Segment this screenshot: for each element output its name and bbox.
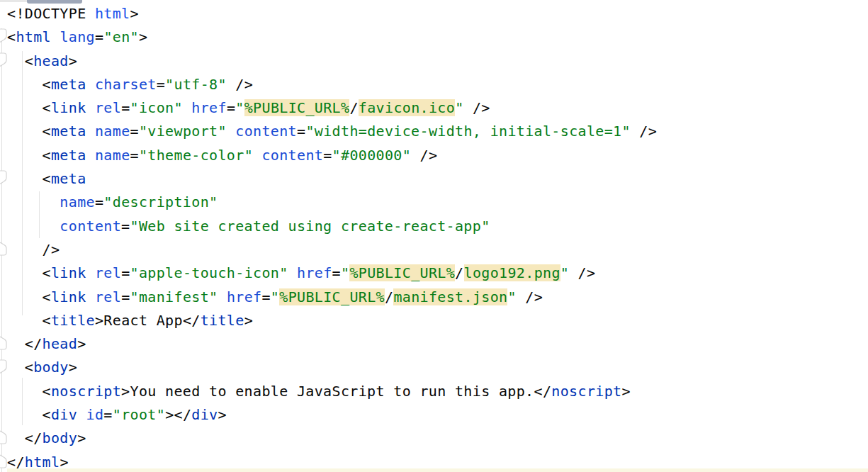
code-token: <	[7, 312, 51, 329]
code-line[interactable]: <meta	[7, 167, 868, 191]
code-token: rel	[95, 288, 121, 305]
code-token: "en"	[103, 28, 139, 45]
code-token	[86, 99, 95, 116]
code-token	[86, 123, 95, 140]
code-token: <	[7, 52, 33, 69]
code-token: id	[86, 406, 104, 423]
code-token: charset	[95, 76, 157, 93]
code-token: >	[218, 406, 227, 423]
code-token: />	[227, 76, 253, 93]
code-token: <	[7, 406, 51, 423]
code-token: meta	[51, 123, 86, 140]
code-token: />	[464, 99, 490, 116]
code-line[interactable]: <meta name="theme-color" content="#00000…	[7, 144, 868, 167]
code-token: "	[341, 264, 349, 281]
code-line[interactable]: <head>	[7, 50, 868, 73]
code-line[interactable]: />	[7, 238, 868, 262]
code-token: href	[191, 99, 227, 116]
code-token: "	[560, 264, 569, 281]
code-line[interactable]: <noscript>You need to enable JavaScript …	[7, 380, 868, 403]
template-placeholder: manifest.json	[393, 288, 507, 305]
code-token: >	[121, 383, 130, 400]
code-token: <	[7, 288, 51, 305]
code-token: </	[7, 335, 43, 352]
code-token: rel	[95, 99, 121, 116]
code-line[interactable]: <link rel="manifest" href="%PUBLIC_URL%/…	[7, 286, 868, 309]
code-line[interactable]: content="Web site created using create-r…	[7, 215, 868, 238]
code-token: title	[51, 312, 95, 329]
code-editor: <!DOCTYPE html><html lang="en"> <head> <…	[0, 0, 868, 472]
code-token: "viewport"	[139, 123, 227, 140]
code-lines: <!DOCTYPE html><html lang="en"> <head> <…	[7, 2, 868, 472]
code-token: name	[60, 193, 95, 210]
code-line[interactable]: <html lang="en">	[7, 26, 868, 49]
code-token: >	[139, 28, 147, 45]
code-token: =	[157, 76, 165, 93]
code-token: >	[95, 312, 103, 329]
code-token: >	[77, 335, 86, 352]
code-token	[86, 264, 95, 281]
code-token: name	[95, 123, 130, 140]
code-token: "width=device-width, initial-scale=1"	[305, 123, 630, 140]
code-line[interactable]: <body>	[7, 356, 868, 379]
code-token: meta	[51, 170, 86, 187]
code-line[interactable]: <link rel="apple-touch-icon" href="%PUBL…	[7, 262, 868, 285]
code-token	[253, 147, 261, 164]
next-row-highlight-edge	[7, 468, 868, 472]
code-token: </	[183, 312, 201, 329]
code-token	[183, 99, 191, 116]
code-token: =	[297, 123, 305, 140]
code-line[interactable]: <!DOCTYPE html>	[7, 2, 868, 26]
code-token: "	[455, 99, 463, 116]
code-token: ></	[165, 406, 191, 423]
code-token: rel	[95, 264, 121, 281]
code-token: /	[385, 288, 393, 305]
code-token: =	[95, 28, 103, 45]
code-token: >	[69, 359, 77, 376]
code-token: div	[51, 406, 77, 423]
code-line[interactable]: <div id="root"></div>	[7, 403, 868, 427]
code-line[interactable]: <meta charset="utf-8" />	[7, 73, 868, 96]
code-token: =	[103, 406, 112, 423]
code-token: link	[51, 99, 86, 116]
code-token: body	[43, 429, 78, 446]
code-token: =	[323, 147, 332, 164]
code-line[interactable]: </head>	[7, 332, 868, 356]
code-line[interactable]: </body>	[7, 427, 868, 450]
code-token: <	[7, 170, 51, 187]
code-token: content	[261, 147, 323, 164]
code-token: "#000000"	[332, 147, 412, 164]
code-token	[218, 288, 226, 305]
code-token: "apple-touch-icon"	[130, 264, 288, 281]
code-token: link	[51, 264, 86, 281]
code-token	[227, 123, 235, 140]
code-token: =	[121, 218, 130, 235]
code-line[interactable]: name="description"	[7, 191, 868, 214]
code-line[interactable]: <link rel="icon" href="%PUBLIC_URL%/favi…	[7, 96, 868, 120]
code-token	[7, 193, 60, 210]
code-token: =	[261, 288, 270, 305]
code-token: </	[534, 383, 552, 400]
template-placeholder: %PUBLIC_URL%	[349, 264, 455, 281]
code-token: </	[7, 429, 43, 446]
code-line[interactable]: <meta name="viewport" content="width=dev…	[7, 120, 868, 143]
code-token: />	[411, 147, 437, 164]
code-token: >	[77, 429, 86, 446]
code-token: >	[621, 383, 630, 400]
code-token: "description"	[103, 193, 218, 210]
code-token: name	[95, 147, 130, 164]
code-token: >	[244, 312, 253, 329]
code-token: lang	[60, 28, 95, 45]
template-placeholder: %PUBLIC_URL%	[244, 99, 350, 116]
template-placeholder: logo192.png	[464, 264, 560, 281]
code-token: <	[7, 264, 51, 281]
code-token: link	[51, 288, 86, 305]
code-line[interactable]: <title>React App</title>	[7, 309, 868, 332]
code-token: html	[95, 5, 130, 22]
code-token: body	[33, 359, 69, 376]
code-token: <	[7, 359, 33, 376]
code-token: head	[43, 335, 78, 352]
code-token: <	[7, 99, 51, 116]
code-token: <	[7, 76, 51, 93]
code-token: />	[569, 264, 595, 281]
